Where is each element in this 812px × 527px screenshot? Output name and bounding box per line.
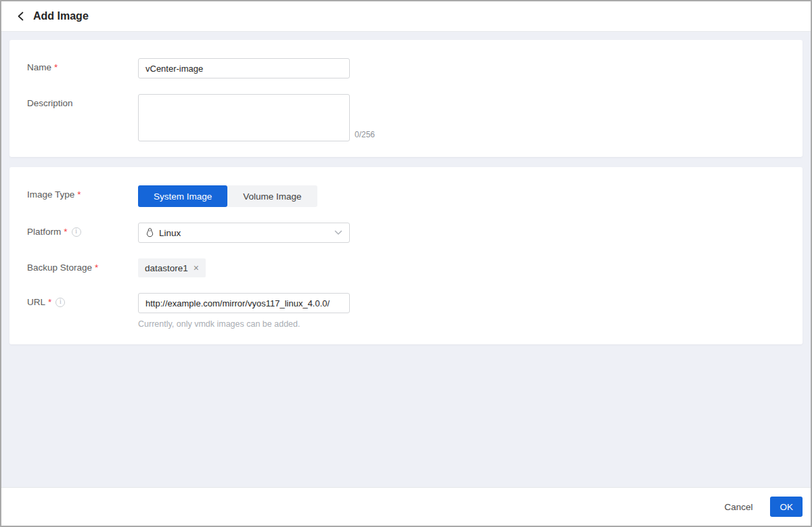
page-header: Add Image — [1, 1, 811, 32]
image-type-option-system[interactable]: System Image — [138, 185, 227, 207]
backup-storage-tag: datastore1 × — [138, 258, 206, 277]
url-input[interactable] — [138, 293, 350, 313]
required-asterisk: * — [48, 297, 51, 307]
platform-row: Platform* i Linux — [27, 223, 785, 243]
required-asterisk: * — [64, 227, 67, 237]
page-title: Add Image — [33, 10, 89, 22]
image-settings-card: Image Type* System Image Volume Image Pl… — [9, 167, 803, 344]
description-row: Description 0/256 — [27, 94, 785, 141]
url-row: URL* i Currently, only vmdk images can b… — [27, 293, 785, 329]
name-row: Name* — [27, 58, 785, 78]
platform-selected-value: Linux — [159, 228, 334, 238]
image-type-toggle: System Image Volume Image — [138, 185, 317, 207]
close-icon[interactable]: × — [194, 263, 199, 273]
backup-storage-row: Backup Storage* datastore1 × — [27, 258, 785, 277]
description-label: Description — [27, 94, 138, 108]
char-counter: 0/256 — [355, 130, 375, 141]
cancel-button[interactable]: Cancel — [717, 498, 759, 516]
platform-label: Platform* i — [27, 223, 138, 237]
chevron-left-icon — [17, 12, 25, 21]
required-asterisk: * — [54, 62, 58, 72]
info-icon: i — [55, 298, 65, 307]
name-input[interactable] — [138, 58, 350, 78]
required-asterisk: * — [95, 262, 98, 273]
url-label: URL* i — [27, 293, 138, 307]
image-type-option-volume[interactable]: Volume Image — [227, 185, 317, 207]
name-label: Name* — [27, 58, 138, 72]
url-hint: Currently, only vmdk images can be added… — [138, 319, 350, 329]
platform-select[interactable]: Linux — [138, 223, 350, 243]
ok-button[interactable]: OK — [770, 497, 803, 517]
required-asterisk: * — [77, 189, 81, 200]
image-type-label: Image Type* — [27, 185, 138, 200]
backup-storage-label: Backup Storage* — [27, 258, 138, 273]
description-textarea[interactable] — [138, 94, 350, 141]
form-area: Name* Description 0/256 Image Type* Syst… — [1, 32, 811, 344]
back-button[interactable] — [15, 10, 27, 22]
page-footer: Cancel OK — [1, 487, 811, 526]
image-type-row: Image Type* System Image Volume Image — [27, 185, 785, 207]
info-icon: i — [72, 227, 81, 237]
basic-info-card: Name* Description 0/256 — [9, 40, 803, 157]
chevron-down-icon — [334, 230, 342, 235]
tag-label: datastore1 — [145, 263, 188, 273]
linux-icon — [145, 227, 154, 238]
